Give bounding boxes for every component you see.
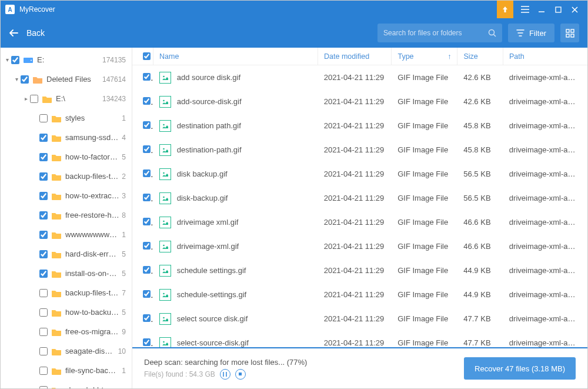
tree-checkbox[interactable]: [39, 153, 48, 161]
file-date: 2021-04-21 11:29: [318, 121, 392, 130]
close-button[interactable]: [566, 1, 583, 18]
file-checkbox[interactable]: [143, 121, 151, 129]
tree-count: 10: [118, 347, 126, 355]
file-checkbox[interactable]: [143, 218, 151, 225]
file-type: GIF Image File: [392, 290, 457, 299]
header-date[interactable]: Date modified: [318, 48, 392, 65]
file-row[interactable]: disk backup.gif2021-04-21 11:29GIF Image…: [132, 162, 587, 186]
back-button[interactable]: Back: [9, 28, 45, 38]
tree-checkbox[interactable]: [39, 172, 48, 181]
svg-point-10: [163, 124, 165, 125]
file-row[interactable]: destination path.gif2021-04-21 11:29GIF …: [132, 114, 587, 138]
tree-checkbox[interactable]: [39, 270, 48, 278]
tree-row[interactable]: wwwwwwwwwwwv1: [1, 225, 132, 244]
tree-count: 4: [122, 134, 126, 142]
tree-count: 174135: [102, 56, 126, 64]
file-name: select-source-disk.gif: [177, 338, 249, 347]
file-row[interactable]: add-source-disk.gif2021-04-21 11:29GIF I…: [132, 89, 587, 114]
tree-row[interactable]: ▸E:\134243: [1, 89, 132, 108]
minimize-button[interactable]: [533, 1, 550, 18]
file-checkbox[interactable]: [143, 73, 151, 81]
tree-row[interactable]: backup-files-to-...7: [1, 283, 132, 302]
tree-row[interactable]: free-restore-hp-r...8: [1, 205, 132, 225]
tree-checkbox[interactable]: [39, 386, 48, 389]
file-checkbox[interactable]: [143, 314, 151, 322]
file-row[interactable]: add source disk.gif2021-04-21 11:29GIF I…: [132, 65, 587, 89]
tree-checkbox[interactable]: [39, 308, 48, 317]
file-checkbox[interactable]: [143, 194, 151, 201]
tree-row[interactable]: ▾Deleted Files147614: [1, 69, 132, 89]
file-row[interactable]: destination-path.gif2021-04-21 11:29GIF …: [132, 138, 587, 162]
tree-checkbox[interactable]: [39, 250, 48, 258]
tree-row[interactable]: install-os-on-mu...5: [1, 264, 132, 283]
header-type[interactable]: Type ↑: [392, 48, 457, 65]
tree-checkbox[interactable]: [39, 114, 48, 122]
tree-label: backup-files-to-...: [65, 172, 119, 181]
tree-checkbox[interactable]: [30, 95, 38, 103]
file-checkbox[interactable]: [143, 338, 151, 346]
tree-checkbox[interactable]: [39, 134, 48, 142]
tree-row[interactable]: how-to-factory-re...5: [1, 147, 132, 167]
tree-row[interactable]: free-os-migratio...9: [1, 322, 132, 341]
tree-row[interactable]: how-to-extract-in...3: [1, 186, 132, 205]
search-box[interactable]: [377, 24, 502, 42]
svg-point-16: [163, 268, 165, 270]
tree-row[interactable]: styles1: [1, 108, 132, 128]
header-path[interactable]: Path: [503, 48, 583, 65]
file-size: 56.5 KB: [457, 169, 503, 178]
file-path: driveimage-xml-alternati...: [503, 97, 583, 106]
tree-row[interactable]: clone-hdd-to-ss...: [1, 380, 132, 388]
filter-button[interactable]: Filter: [508, 24, 554, 42]
tree-caret-icon[interactable]: ▾: [12, 76, 21, 82]
tree-checkbox[interactable]: [21, 75, 29, 84]
filter-icon: [516, 29, 524, 36]
tree-row[interactable]: file-sync-backup...1: [1, 361, 132, 380]
grid-view-button[interactable]: [560, 24, 579, 42]
file-row[interactable]: driveimage-xml.gif2021-04-21 11:29GIF Im…: [132, 234, 587, 258]
select-all-checkbox[interactable]: [143, 52, 151, 60]
tree-row[interactable]: ▾E:174135: [1, 50, 132, 69]
file-row[interactable]: driveimage xml.gif2021-04-21 11:29GIF Im…: [132, 210, 587, 234]
file-checkbox[interactable]: [143, 169, 151, 177]
menu-button[interactable]: [517, 1, 533, 18]
stop-button[interactable]: [235, 369, 246, 380]
tree-row[interactable]: seagate-disk-cl...10: [1, 341, 132, 361]
file-row[interactable]: schedule settings.gif2021-04-21 11:29GIF…: [132, 258, 587, 282]
tree-checkbox[interactable]: [39, 192, 48, 200]
file-checkbox[interactable]: [143, 145, 151, 153]
file-size: 45.8 KB: [457, 145, 503, 154]
maximize-button[interactable]: [550, 1, 566, 18]
tree-row[interactable]: backup-files-to-...2: [1, 167, 132, 186]
svg-point-18: [163, 317, 165, 318]
file-checkbox[interactable]: [143, 290, 151, 298]
tree-checkbox[interactable]: [39, 367, 48, 375]
tree-row[interactable]: samsung-ssd-i...4: [1, 128, 132, 147]
file-size: 42.6 KB: [457, 73, 503, 82]
tree-row[interactable]: how-to-backup-...5: [1, 302, 132, 322]
tree-count: 3: [122, 192, 126, 200]
header-size[interactable]: Size: [457, 48, 503, 65]
tree-checkbox[interactable]: [39, 289, 48, 297]
tree-checkbox[interactable]: [39, 211, 48, 220]
tree-checkbox[interactable]: [39, 231, 48, 239]
tree-checkbox[interactable]: [11, 56, 19, 64]
recover-button[interactable]: Recover 47 files (3.18 MB): [464, 357, 576, 380]
file-row[interactable]: select-source-disk.gif2021-04-21 11:29GI…: [132, 331, 587, 347]
file-row[interactable]: select source disk.gif2021-04-21 11:29GI…: [132, 307, 587, 331]
search-input[interactable]: [383, 29, 485, 37]
tree-caret-icon[interactable]: ▾: [3, 56, 11, 63]
upgrade-button[interactable]: [497, 1, 513, 18]
file-row[interactable]: schedule-settings.gif2021-04-21 11:29GIF…: [132, 282, 587, 307]
file-row[interactable]: disk-backup.gif2021-04-21 11:29GIF Image…: [132, 186, 587, 210]
header-name[interactable]: Name: [153, 48, 318, 65]
tree-label: Deleted Files: [46, 75, 100, 84]
file-checkbox[interactable]: [143, 97, 151, 105]
tree-row[interactable]: hard-disk-error-...5: [1, 244, 132, 264]
tree-caret-icon[interactable]: ▸: [22, 95, 30, 102]
file-checkbox[interactable]: [143, 242, 151, 250]
tree-checkbox[interactable]: [39, 347, 48, 355]
file-path: driveimage-xml-alternati...: [503, 338, 583, 347]
pause-button[interactable]: [220, 369, 230, 380]
tree-checkbox[interactable]: [39, 328, 48, 336]
file-checkbox[interactable]: [143, 266, 151, 274]
